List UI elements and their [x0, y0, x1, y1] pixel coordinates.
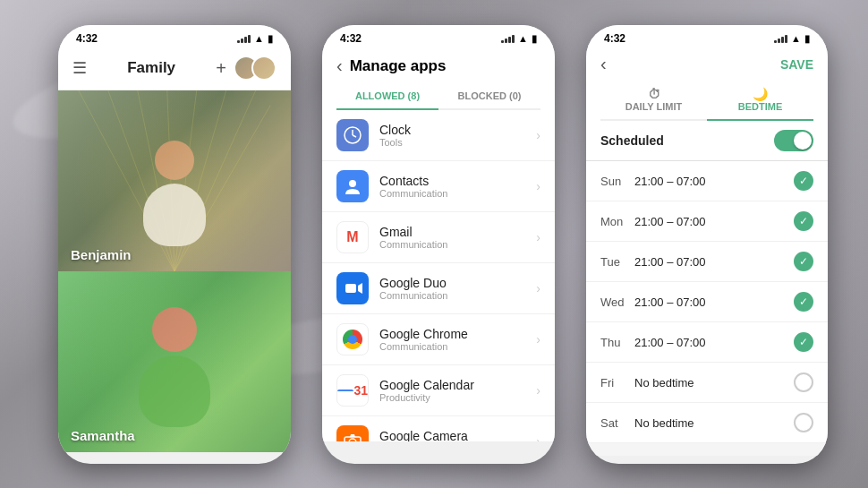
avatars [234, 56, 277, 81]
tab-bedtime[interactable]: 🌙 BEDTIME [707, 80, 813, 121]
time-sat: No bedtime [627, 416, 794, 430]
chrome-circle [343, 330, 362, 349]
app-item-chrome[interactable]: Google Chrome Communication › [322, 314, 555, 365]
signal-bar-2 [241, 39, 243, 43]
contacts-name: Contacts [379, 174, 536, 188]
day-thu: Thu [600, 336, 627, 349]
scheduled-toggle[interactable] [774, 130, 813, 151]
time-wed: 21:00 – 07:00 [627, 295, 794, 309]
wifi-icon3: ▲ [791, 33, 801, 44]
day-fri: Fri [600, 376, 627, 390]
family-card-samantha[interactable]: Samantha [58, 271, 291, 452]
page-title: Family [127, 59, 175, 77]
gmail-name: Gmail [379, 225, 536, 239]
hamburger-icon[interactable]: ☰ [72, 58, 87, 78]
schedule-item-tue[interactable]: Tue 21:00 – 07:00 ✓ [586, 242, 828, 282]
schedule-item-fri[interactable]: Fri No bedtime [586, 363, 828, 403]
time-mon: 21:00 – 07:00 [627, 215, 794, 228]
signal-bar-4b [512, 35, 515, 43]
chrome-app-icon [336, 323, 369, 355]
notice-text: Supervised devices will lock during bedt… [600, 455, 813, 456]
chevron-right-icon: › [536, 128, 540, 142]
phone2-time: 4:32 [340, 32, 362, 45]
battery-icon3: ▮ [804, 33, 810, 45]
bedtime-notice: Supervised devices will lock during bedt… [586, 443, 828, 456]
battery-icon2: ▮ [532, 33, 537, 45]
daily-limit-label: DAILY LIMIT [625, 101, 683, 112]
schedule-item-sat[interactable]: Sat No bedtime [586, 403, 828, 443]
time-thu: 21:00 – 07:00 [627, 336, 794, 349]
schedule-list: Sun 21:00 – 07:00 ✓ Mon 21:00 – 07:00 ✓ … [586, 161, 828, 443]
app-item-contacts[interactable]: Contacts Communication › [322, 161, 555, 212]
phone1-header: ☰ Family + [58, 48, 291, 90]
app-item-duo[interactable]: Google Duo Communication › [322, 263, 555, 314]
day-wed: Wed [600, 295, 627, 309]
phone2-status-icons: ▲ ▮ [501, 33, 537, 45]
gmail-category: Communication [379, 239, 536, 250]
day-sat: Sat [600, 416, 627, 430]
uncheck-fri[interactable] [794, 372, 813, 392]
app-item-gmail[interactable]: M Gmail Communication › [322, 212, 555, 263]
battery-icon: ▮ [268, 33, 273, 45]
phone3-bedtime: 4:32 ▲ ▮ ‹ SAVE ⏱ DAILY LIMIT 🌙 BEDTI [586, 25, 828, 464]
schedule-item-mon[interactable]: Mon 21:00 – 07:00 ✓ [586, 201, 828, 242]
manage-apps-title: Manage apps [350, 57, 447, 75]
signal-bar-3c [781, 37, 784, 43]
schedule-item-sun[interactable]: Sun 21:00 – 07:00 ✓ [586, 161, 828, 201]
scheduled-label: Scheduled [600, 133, 664, 148]
app-item-calendar[interactable]: 31 Google Calendar Productivity › [322, 365, 555, 416]
check-wed[interactable]: ✓ [794, 292, 813, 312]
svg-point-11 [349, 180, 356, 187]
svg-point-15 [349, 439, 356, 441]
header-actions: + [216, 56, 277, 81]
contacts-app-icon [336, 170, 369, 202]
app-item-camera[interactable]: Google Camera Photography › [322, 416, 555, 441]
time-sun: 21:00 – 07:00 [627, 175, 794, 188]
signal-bar-3b [508, 37, 511, 43]
add-icon[interactable]: + [216, 58, 226, 79]
app-item-clock[interactable]: Clock Tools › [322, 110, 555, 161]
avatar-samantha[interactable] [251, 56, 277, 81]
clock-tab-icon: ⏱ [600, 87, 707, 101]
signal-bar-2b [505, 39, 507, 43]
phone1-status-icons: ▲ ▮ [237, 33, 273, 45]
check-sun[interactable]: ✓ [794, 171, 813, 191]
check-tue[interactable]: ✓ [794, 252, 813, 271]
chevron-right-icon4: › [536, 281, 540, 295]
phone3-tabs: ⏱ DAILY LIMIT 🌙 BEDTIME [600, 80, 813, 121]
save-button[interactable]: SAVE [780, 57, 813, 72]
bedtime-content: Scheduled Sun 21:00 – 07:00 ✓ Mon 21:00 … [586, 121, 828, 456]
contacts-category: Communication [379, 188, 536, 199]
duo-category: Communication [379, 290, 536, 301]
chevron-right-icon3: › [536, 230, 540, 244]
phone3-time: 4:32 [604, 32, 625, 45]
signal-bars-icon2 [501, 34, 515, 43]
tab-allowed[interactable]: ALLOWED (8) [336, 83, 438, 110]
phone2-status-bar: 4:32 ▲ ▮ [322, 25, 555, 48]
signal-bar-2c [778, 39, 780, 43]
chevron-right-icon6: › [536, 383, 540, 398]
duo-app-icon [336, 272, 369, 304]
phone1-time: 4:32 [76, 32, 98, 45]
moon-tab-icon: 🌙 [707, 87, 813, 101]
chrome-category: Communication [379, 341, 536, 352]
check-mon[interactable]: ✓ [794, 211, 813, 231]
clock-app-icon [336, 119, 369, 151]
phone3-status-bar: 4:32 ▲ ▮ [586, 25, 828, 48]
camera-info: Google Camera Photography [379, 429, 536, 441]
svg-rect-12 [345, 284, 356, 293]
back-arrow-icon3[interactable]: ‹ [600, 54, 607, 74]
tab-daily-limit[interactable]: ⏱ DAILY LIMIT [600, 80, 707, 121]
uncheck-sat[interactable] [794, 413, 813, 432]
family-card-benjamin[interactable]: Benjamin [58, 90, 291, 271]
card-label-samantha: Samantha [71, 428, 135, 443]
tab-blocked[interactable]: BLOCKED (0) [438, 83, 540, 110]
back-nav: ‹ Manage apps [336, 56, 540, 83]
schedule-item-thu[interactable]: Thu 21:00 – 07:00 ✓ [586, 322, 828, 363]
schedule-item-wed[interactable]: Wed 21:00 – 07:00 ✓ [586, 282, 828, 322]
time-fri: No bedtime [627, 376, 794, 390]
chevron-right-icon2: › [536, 179, 540, 193]
signal-bar-4c [785, 35, 787, 43]
back-arrow-icon[interactable]: ‹ [336, 56, 343, 76]
check-thu[interactable]: ✓ [794, 332, 813, 352]
